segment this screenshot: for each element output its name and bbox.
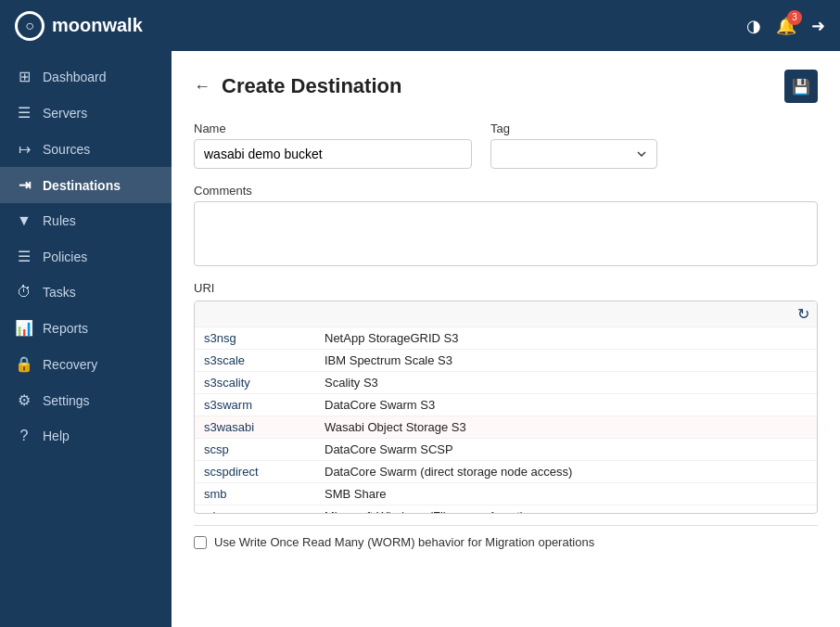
uri-desc: NetApp StorageGRID S3 — [315, 327, 817, 350]
uri-table-row[interactable]: s3swarm DataCore Swarm S3 — [195, 394, 817, 416]
comments-textarea[interactable] — [194, 201, 818, 266]
uri-desc: DataCore Swarm SCSP — [315, 439, 817, 461]
logo-text: moonwalk — [52, 15, 143, 36]
settings-icon: ⚙ — [15, 391, 33, 409]
uri-table-row[interactable]: s3scale IBM Spectrum Scale S3 — [195, 350, 817, 372]
destinations-icon: ⇥ — [15, 176, 33, 194]
uri-desc: DataCore Swarm S3 — [315, 394, 817, 416]
recovery-icon: 🔒 — [15, 355, 33, 373]
uri-id: scspdirect — [195, 461, 315, 483]
refresh-button[interactable]: ↻ — [797, 305, 809, 323]
comments-label: Comments — [194, 184, 818, 198]
header-actions: ◑ 🔔 3 ➜ — [746, 16, 825, 36]
sidebar-item-label: Policies — [43, 250, 87, 264]
worm-label: Use Write Once Read Many (WORM) behavior… — [214, 535, 594, 549]
sidebar-item-dashboard[interactable]: ⊞ Dashboard — [0, 58, 172, 95]
logo-icon: ○ — [15, 11, 45, 41]
name-label: Name — [194, 122, 472, 135]
sidebar-item-rules[interactable]: ▼ Rules — [0, 203, 172, 238]
notification-badge: 3 — [787, 10, 802, 25]
sidebar-item-sources[interactable]: ↦ Sources — [0, 131, 172, 167]
uri-id: s3scality — [195, 372, 315, 394]
sidebar-item-policies[interactable]: ☰ Policies — [0, 238, 172, 275]
sidebar-item-settings[interactable]: ⚙ Settings — [0, 382, 172, 418]
refresh-icon: ↻ — [797, 306, 809, 322]
uri-id: s3scale — [195, 350, 315, 372]
sidebar-item-servers[interactable]: ☰ Servers — [0, 95, 172, 131]
save-button[interactable]: 💾 — [784, 70, 818, 103]
uri-label: URI — [194, 281, 818, 295]
page-header: ← Create Destination 💾 — [194, 70, 818, 103]
sidebar-item-destinations[interactable]: ⇥ Destinations — [0, 167, 172, 203]
back-button[interactable]: ← — [194, 77, 210, 96]
sidebar-item-recovery[interactable]: 🔒 Recovery — [0, 346, 172, 382]
help-icon: ? — [15, 428, 33, 444]
notifications-icon[interactable]: 🔔 3 — [776, 16, 796, 36]
sidebar-item-label: Rules — [43, 213, 76, 228]
name-tag-row: Name Tag — [194, 122, 818, 169]
page-title: Create Destination — [222, 74, 401, 98]
app-header: ○ moonwalk ◑ 🔔 3 ➜ — [0, 0, 840, 51]
uri-id: s3swarm — [195, 394, 315, 416]
uri-id: s3wasabi — [195, 416, 315, 439]
tag-group: Tag — [490, 122, 657, 169]
tasks-icon: ⏱ — [15, 284, 33, 301]
worm-row: Use Write Once Read Many (WORM) behavior… — [194, 525, 818, 558]
worm-checkbox[interactable] — [194, 536, 207, 549]
uri-desc: Wasabi Object Storage S3 — [315, 416, 817, 439]
tag-label: Tag — [490, 122, 657, 135]
name-input[interactable] — [194, 139, 472, 169]
comments-group: Comments — [194, 184, 818, 266]
sidebar-item-label: Recovery — [43, 357, 97, 372]
sources-icon: ↦ — [15, 140, 33, 158]
sidebar-item-label: Tasks — [43, 285, 76, 300]
uri-container: ↻ s3nsg NetApp StorageGRID S3 s3scale IB… — [194, 301, 818, 514]
uri-id: s3nsg — [195, 327, 315, 350]
servers-icon: ☰ — [15, 104, 33, 122]
uri-table-row[interactable]: s3nsg NetApp StorageGRID S3 — [195, 327, 817, 350]
uri-table-row[interactable]: scsp DataCore Swarm SCSP — [195, 439, 817, 461]
sidebar-item-help[interactable]: ? Help — [0, 418, 172, 454]
uri-desc: Microsoft Windows (Fileserver Agent) — [315, 505, 817, 514]
sidebar-item-label: Destinations — [43, 178, 121, 193]
sidebar-item-reports[interactable]: 📊 Reports — [0, 310, 172, 346]
main-layout: ⊞ Dashboard ☰ Servers ↦ Sources ⇥ Destin… — [0, 51, 840, 627]
name-group: Name — [194, 122, 472, 169]
rules-icon: ▼ — [15, 212, 33, 229]
uri-header: ↻ — [195, 301, 817, 327]
tag-select[interactable] — [490, 139, 657, 169]
reports-icon: 📊 — [15, 319, 33, 337]
save-icon: 💾 — [792, 78, 810, 96]
page-title-row: ← Create Destination — [194, 74, 401, 98]
logo: ○ moonwalk — [15, 11, 143, 41]
logout-icon[interactable]: ➜ — [811, 16, 825, 36]
sidebar-item-label: Sources — [43, 142, 90, 157]
uri-desc: Scality S3 — [315, 372, 817, 394]
uri-table-row[interactable]: scspdirect DataCore Swarm (direct storag… — [195, 461, 817, 483]
uri-table-row[interactable]: s3scality Scality S3 — [195, 372, 817, 394]
uri-desc: SMB Share — [315, 483, 817, 505]
uri-id: smb — [195, 483, 315, 505]
uri-section: URI ↻ s3nsg NetApp StorageGRID S3 s3scal… — [194, 281, 818, 514]
uri-id: win — [195, 505, 315, 514]
uri-table-row[interactable]: smb SMB Share — [195, 483, 817, 505]
sidebar-item-label: Reports — [43, 321, 88, 336]
sidebar-item-label: Dashboard — [43, 70, 107, 84]
policies-icon: ☰ — [15, 248, 33, 265]
uri-table-row[interactable]: s3wasabi Wasabi Object Storage S3 — [195, 416, 817, 439]
uri-desc: IBM Spectrum Scale S3 — [315, 350, 817, 372]
content-inner: ← Create Destination 💾 Name Tag — [172, 51, 840, 577]
sidebar-item-tasks[interactable]: ⏱ Tasks — [0, 275, 172, 310]
uri-list[interactable]: s3nsg NetApp StorageGRID S3 s3scale IBM … — [195, 327, 817, 513]
sidebar-item-label: Settings — [43, 393, 90, 408]
contrast-icon[interactable]: ◑ — [746, 16, 761, 36]
uri-table-row[interactable]: win Microsoft Windows (Fileserver Agent) — [195, 505, 817, 514]
uri-table: s3nsg NetApp StorageGRID S3 s3scale IBM … — [195, 327, 817, 513]
dashboard-icon: ⊞ — [15, 68, 33, 85]
sidebar-item-label: Servers — [43, 106, 87, 121]
uri-id: scsp — [195, 439, 315, 461]
sidebar: ⊞ Dashboard ☰ Servers ↦ Sources ⇥ Destin… — [0, 51, 172, 627]
sidebar-item-label: Help — [43, 429, 70, 443]
uri-desc: DataCore Swarm (direct storage node acce… — [315, 461, 817, 483]
content-area: ← Create Destination 💾 Name Tag — [172, 51, 840, 627]
